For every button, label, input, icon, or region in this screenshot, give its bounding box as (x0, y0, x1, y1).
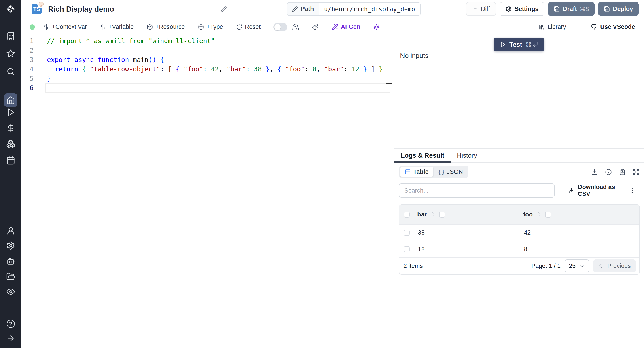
collapse-arrow-icon[interactable] (6, 334, 15, 343)
add-context-var-button[interactable]: +Context Var (43, 24, 87, 30)
home-icon (6, 96, 15, 104)
path-widget[interactable]: Path u/henri/rich_display_demo (287, 2, 420, 16)
expand-icon[interactable] (633, 169, 640, 175)
add-type-button[interactable]: +Type (198, 24, 223, 30)
code-line[interactable]: return { "table-row-object": [ { "foo": … (47, 64, 394, 74)
resources-boxes-icon[interactable] (6, 139, 15, 148)
robot-icon[interactable] (6, 257, 15, 266)
runs-play-icon[interactable] (6, 108, 15, 117)
windmill-logo-icon[interactable] (6, 4, 16, 14)
result-tabs: Logs & Result History (394, 149, 644, 163)
typescript-badge: TS (32, 4, 42, 14)
draft-shortcut: ⌘S (580, 6, 589, 12)
eye-icon[interactable] (6, 287, 15, 296)
sort-icon[interactable] (536, 212, 542, 218)
code-line[interactable]: // import * as wmill from "windmill-clie… (47, 36, 394, 46)
library-button[interactable]: Library (538, 24, 566, 30)
search-icon[interactable] (6, 67, 15, 76)
code-editor[interactable]: 123456 // import * as wmill from "windmi… (22, 36, 394, 348)
column-header-foo[interactable]: foo (520, 211, 639, 218)
reset-button[interactable]: Reset (236, 24, 261, 30)
deploy-button[interactable]: Deploy (598, 2, 639, 16)
column-checkbox[interactable] (545, 212, 551, 218)
braces-icon: { } (438, 168, 444, 175)
path-value[interactable]: u/henri/rich_display_demo (319, 3, 420, 16)
more-options-kebab-icon[interactable] (629, 187, 636, 194)
table-controls: Download as CSV (399, 184, 639, 198)
wand-sparkles-icon (332, 24, 338, 30)
code-line[interactable] (47, 83, 394, 92)
editor-gutter: 123456 (22, 36, 46, 92)
right-panel: Test ⌘ No inputs Logs & Result (394, 36, 644, 348)
sidebar-divider (0, 85, 22, 85)
workspace-building-icon[interactable] (6, 32, 15, 41)
tab-label: History (457, 152, 477, 159)
table-row[interactable]: 3842 (399, 224, 639, 241)
edit-title-pencil-icon[interactable] (220, 5, 228, 12)
toggle-knob (274, 24, 281, 30)
use-vscode-label: Use VScode (600, 24, 635, 30)
user-icon[interactable] (6, 226, 15, 235)
sidebar-item-home[interactable] (4, 94, 18, 107)
code-lines[interactable]: // import * as wmill from "windmill-clie… (46, 36, 394, 92)
script-identity: TS Rich Display demo (32, 4, 114, 14)
table-row[interactable]: 128 (399, 241, 639, 257)
pencil-icon (292, 6, 298, 12)
dollar-icon (100, 24, 106, 30)
result-table-body: 3842128 (399, 224, 639, 257)
package-icon (198, 24, 204, 30)
add-context-var-label: +Context Var (52, 24, 87, 30)
code-line[interactable]: export async function main() { (47, 55, 394, 64)
select-all-checkbox[interactable] (404, 212, 410, 218)
test-shortcut: ⌘ (526, 41, 538, 48)
return-key-icon (532, 42, 538, 48)
column-checkbox[interactable] (439, 212, 445, 218)
favorites-star-icon[interactable] (6, 49, 15, 58)
row-checkbox[interactable] (404, 246, 410, 252)
info-icon[interactable] (605, 169, 612, 175)
test-button[interactable]: Test ⌘ (494, 38, 544, 52)
library-icon (538, 24, 544, 30)
download-csv-button[interactable]: Download as CSV (568, 184, 629, 198)
package-icon (147, 24, 153, 30)
sort-icon[interactable] (430, 212, 436, 218)
download-icon (568, 188, 575, 194)
code-line[interactable]: } (47, 74, 394, 83)
library-label: Library (548, 24, 566, 30)
ai-gen-button[interactable]: AI Gen (332, 24, 360, 30)
assistant-toggle[interactable] (274, 23, 287, 31)
help-circle-icon[interactable] (6, 319, 15, 328)
sparkles-icon[interactable] (373, 24, 380, 30)
arrow-left-icon (598, 263, 604, 269)
table-icon (405, 169, 411, 175)
variables-dollar-icon[interactable] (6, 124, 15, 132)
path-label-segment[interactable]: Path (287, 3, 319, 16)
page-size-select[interactable]: 25 (564, 260, 589, 272)
previous-page-button[interactable]: Previous (593, 260, 636, 272)
download-icon[interactable] (591, 169, 598, 175)
view-toggle-table[interactable]: Table (400, 167, 434, 177)
format-paintbrush-icon[interactable] (312, 24, 319, 30)
users-icon[interactable] (292, 24, 299, 30)
settings-gear-icon[interactable] (6, 241, 15, 250)
tab-history[interactable]: History (450, 149, 483, 162)
view-toggle-json[interactable]: { } JSON (434, 167, 468, 177)
schedules-calendar-icon[interactable] (6, 156, 15, 165)
clipboard-copy-icon[interactable] (619, 169, 626, 175)
table-cell-foo: 42 (520, 224, 639, 241)
ai-gen-label: AI Gen (341, 24, 360, 30)
add-resource-button[interactable]: +Resource (147, 24, 185, 30)
result-view-controls: Table { } JSON (399, 166, 640, 178)
tab-logs-result[interactable]: Logs & Result (394, 149, 450, 162)
use-vscode-button[interactable]: Use VScode (590, 24, 635, 30)
row-checkbox[interactable] (404, 230, 410, 236)
no-inputs-text: No inputs (400, 52, 428, 60)
draft-button[interactable]: Draft ⌘S (548, 2, 594, 16)
diff-button[interactable]: Diff (466, 2, 496, 16)
column-header-bar[interactable]: bar (414, 211, 520, 218)
code-line[interactable] (47, 46, 394, 55)
settings-button[interactable]: Settings (500, 2, 545, 16)
add-variable-button[interactable]: +Variable (100, 24, 134, 30)
search-input[interactable] (399, 184, 554, 198)
folder-open-icon[interactable] (6, 272, 15, 281)
